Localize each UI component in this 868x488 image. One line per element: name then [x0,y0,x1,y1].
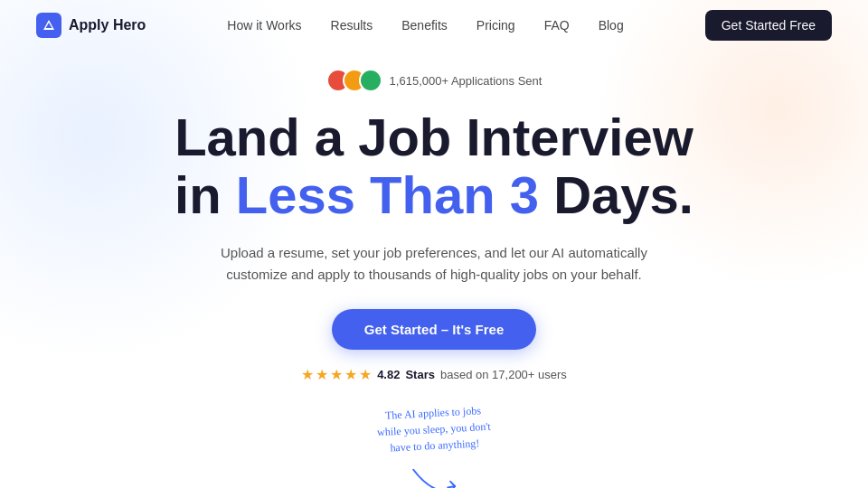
hero-subtitle: Upload a resume, set your job preference… [199,242,669,286]
nav-results[interactable]: Results [331,18,373,33]
star-4: ★ [344,366,357,383]
rating-label: Stars [405,368,435,381]
handwritten-note: The AI applies to jobs while you sleep, … [377,405,491,488]
nav-cta-button[interactable]: Get Started Free [705,10,832,41]
rating-score: 4.82 [377,368,400,381]
note-text: The AI applies to jobs while you sleep, … [376,401,492,456]
logo-text: Apply Hero [69,17,146,33]
star-5: ★ [359,366,372,383]
nav-benefits[interactable]: Benefits [401,18,448,33]
logo-area: Apply Hero [36,13,146,38]
nav-pricing[interactable]: Pricing [476,18,515,33]
main-content: 1,615,000+ Applications Sent Land a Job … [0,51,868,488]
avatar-3 [359,69,382,92]
hero-title-line2: in Less Than 3 Days. [175,166,693,224]
logo-svg [42,18,56,33]
applications-badge: 1,615,000+ Applications Sent [326,69,542,92]
star-3: ★ [330,366,343,383]
logo-icon [36,13,61,38]
main-nav: How it Works Results Benefits Pricing FA… [227,18,623,33]
star-1: ★ [301,366,314,383]
applications-count: 1,615,000+ Applications Sent [390,74,542,88]
nav-blog[interactable]: Blog [599,18,624,33]
rating-row: ★ ★ ★ ★ ★ 4.82 Stars based on 17,200+ us… [301,366,567,383]
rating-suffix: based on 17,200+ users [440,368,567,381]
hero-cta-button[interactable]: Get Started – It's Free [332,309,536,350]
hero-title-line1: Land a Job Interview [175,108,693,166]
star-2: ★ [316,366,328,383]
nav-how-it-works[interactable]: How it Works [227,18,301,33]
hero-heading: Land a Job Interview in Less Than 3 Days… [175,108,693,224]
star-rating: ★ ★ ★ ★ ★ [301,366,372,383]
avatar-group [326,69,382,92]
hero-highlight: Less Than 3 [236,165,539,224]
nav-faq[interactable]: FAQ [544,18,570,33]
arrow-icon [403,453,466,488]
